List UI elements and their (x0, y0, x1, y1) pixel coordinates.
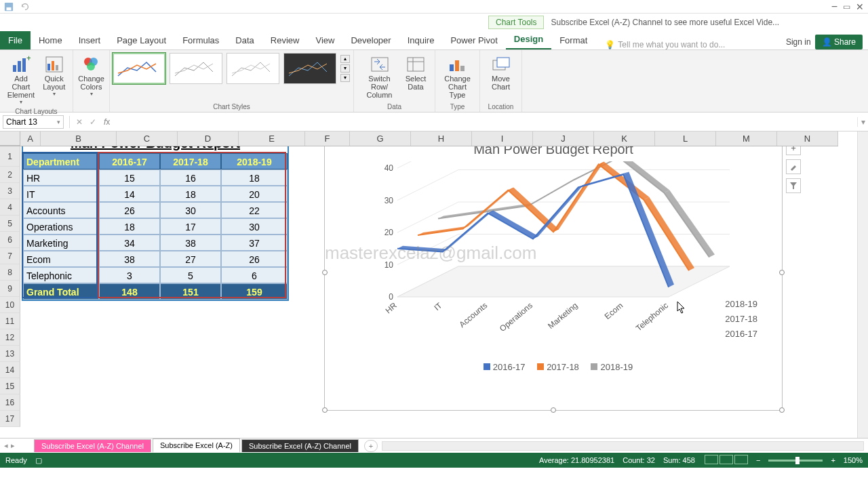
cell-y1[interactable]: 18 (99, 218, 160, 235)
cell-y3[interactable]: 18 (221, 169, 288, 186)
zoom-slider[interactable] (768, 460, 823, 462)
formula-expand-icon[interactable]: ▾ (857, 117, 868, 127)
cell-y2[interactable]: 17 (160, 218, 221, 235)
cell-y1[interactable]: 38 (99, 251, 160, 267)
tab-data[interactable]: Data (227, 31, 262, 49)
chart-style-4[interactable] (283, 53, 336, 84)
row-header-6[interactable]: 6 (0, 232, 20, 248)
quick-layout-button[interactable]: Quick Layout ▾ (40, 53, 68, 106)
row-header-9[interactable]: 9 (0, 281, 20, 297)
tell-me-search[interactable]: 💡 Tell me what you want to do... (605, 40, 725, 49)
tab-developer[interactable]: Developer (342, 31, 399, 49)
fx-icon[interactable]: fx (100, 117, 114, 127)
horizontal-scrollbar[interactable] (382, 441, 864, 451)
cancel-formula-icon[interactable]: ✕ (73, 117, 86, 127)
row-header-13[interactable]: 13 (0, 346, 20, 362)
col-header-I[interactable]: I (472, 131, 533, 146)
tab-power-pivot[interactable]: Power Pivot (442, 31, 505, 49)
row-header-8[interactable]: 8 (0, 264, 20, 281)
cell-y1[interactable]: 3 (99, 267, 160, 283)
embedded-chart[interactable]: + Man Power Budget Report masterexcelaz@… (324, 134, 783, 411)
vertical-scrollbar[interactable] (857, 131, 868, 438)
switch-row-column-button[interactable]: Switch Row/ Column (359, 53, 399, 100)
zoom-in-icon[interactable]: + (831, 456, 835, 464)
row-header-10[interactable]: 10 (0, 297, 20, 313)
col-header-G[interactable]: G (350, 131, 411, 146)
add-chart-element-button[interactable]: + Add Chart Element ▾ (5, 53, 37, 106)
chart-filters-button[interactable] (786, 178, 801, 193)
worksheet-grid[interactable]: A B C D E F G H I J K L M N 1 2 3 4 5 6 … (0, 131, 868, 438)
close-icon[interactable]: ✕ (856, 1, 864, 12)
col-header-L[interactable]: L (655, 131, 716, 146)
accept-formula-icon[interactable]: ✓ (86, 117, 100, 127)
change-colors-button[interactable]: Change Colors ▾ (75, 53, 107, 98)
cell-y2[interactable]: 18 (160, 186, 221, 202)
row-header-3[interactable]: 3 (0, 183, 20, 199)
row-header-12[interactable]: 12 (0, 329, 20, 346)
cell-dept[interactable]: HR (23, 169, 99, 186)
cell-y3[interactable]: 20 (221, 186, 288, 202)
cell-y3[interactable]: 30 (221, 218, 288, 235)
chart-bottom-legend[interactable]: 2016-17 2017-18 2018-19 (325, 358, 782, 376)
tab-insert[interactable]: Insert (71, 31, 109, 49)
undo-icon[interactable] (20, 2, 30, 12)
sheet-tab-2[interactable]: Subscribe Excel (A-Z) (153, 439, 240, 453)
col-header-H[interactable]: H (411, 131, 472, 146)
cell-y2[interactable]: 16 (160, 169, 221, 186)
cell-y1[interactable]: 15 (99, 169, 160, 186)
tab-review[interactable]: Review (262, 31, 308, 49)
select-data-button[interactable]: Select Data (402, 53, 429, 100)
chart-styles-button[interactable] (786, 159, 801, 174)
tab-file[interactable]: File (0, 31, 31, 49)
tab-home[interactable]: Home (31, 31, 71, 49)
new-sheet-button[interactable]: + (364, 440, 378, 452)
chart-style-3[interactable] (226, 53, 279, 84)
row-header-4[interactable]: 4 (0, 199, 20, 216)
cell-y2[interactable]: 38 (160, 235, 221, 251)
sheet-tab-1[interactable]: Subscribe Excel (A-Z) Channel (34, 439, 151, 452)
col-header-K[interactable]: K (594, 131, 655, 146)
view-buttons[interactable] (703, 455, 748, 466)
cell-y2[interactable]: 27 (160, 251, 221, 267)
col-header-E[interactable]: E (239, 131, 305, 146)
col-header-J[interactable]: J (533, 131, 594, 146)
zoom-out-icon[interactable]: − (756, 456, 760, 464)
col-header-A[interactable]: A (20, 131, 41, 146)
col-header-N[interactable]: N (777, 131, 838, 146)
cell-y3[interactable]: 26 (221, 251, 288, 267)
cell-dept[interactable]: Accounts (23, 202, 99, 218)
row-header-7[interactable]: 7 (0, 248, 20, 264)
select-all-corner[interactable] (0, 131, 20, 146)
cell-dept[interactable]: IT (23, 186, 99, 202)
chart-plot-area[interactable]: masterexcelaz@gmail.com 010203040HRITAcc… (352, 161, 768, 358)
cell-dept[interactable]: Operations (23, 218, 99, 235)
col-header-M[interactable]: M (716, 131, 777, 146)
row-header-11[interactable]: 11 (0, 313, 20, 329)
save-icon[interactable] (4, 2, 14, 12)
tab-view[interactable]: View (307, 31, 342, 49)
cell-y3[interactable]: 6 (221, 267, 288, 283)
chart-style-2[interactable] (170, 53, 222, 84)
chart-style-1[interactable] (113, 53, 165, 84)
cell-y3[interactable]: 22 (221, 202, 288, 218)
minimize-icon[interactable]: − (831, 1, 837, 13)
tab-design[interactable]: Design (506, 30, 551, 49)
tab-page-layout[interactable]: Page Layout (108, 31, 174, 49)
share-button[interactable]: 👤 Share (815, 35, 863, 49)
tab-format[interactable]: Format (551, 31, 595, 49)
cell-y1[interactable]: 26 (99, 202, 160, 218)
restore-icon[interactable]: ▭ (843, 2, 850, 12)
col-header-B[interactable]: B (41, 131, 117, 146)
col-header-D[interactable]: D (178, 131, 239, 146)
row-header-17[interactable]: 17 (0, 411, 20, 427)
cell-dept[interactable]: Telephonic (23, 267, 99, 283)
formula-input[interactable] (114, 121, 857, 123)
tab-formulas[interactable]: Formulas (174, 31, 227, 49)
sign-in-link[interactable]: Sign in (786, 37, 811, 47)
change-chart-type-button[interactable]: Change Chart Type (441, 53, 474, 100)
cell-y1[interactable]: 14 (99, 186, 160, 202)
move-chart-button[interactable]: Move Chart (488, 53, 515, 92)
col-header-F[interactable]: F (305, 131, 350, 146)
row-header-5[interactable]: 5 (0, 216, 20, 232)
cell-dept[interactable]: Marketing (23, 235, 99, 251)
